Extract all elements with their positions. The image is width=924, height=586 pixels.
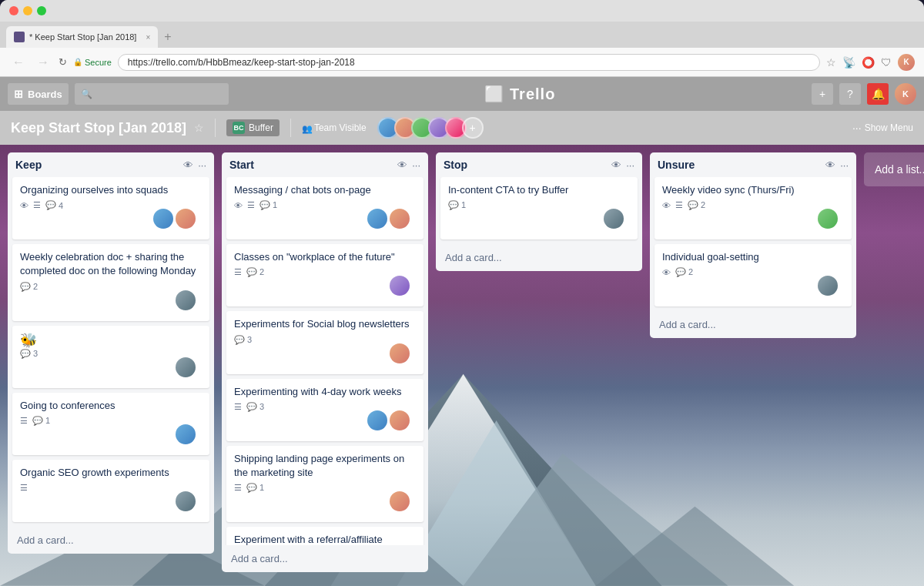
info-button[interactable]: ? <box>839 83 861 105</box>
menu-meta-k5: ☰ <box>20 483 28 493</box>
card-s6[interactable]: Experiment with a referral/affiliate pro… <box>226 527 424 545</box>
card-avatar-k3 <box>176 357 196 377</box>
card-text-s1: Messaging / chat bots on-page <box>234 183 416 197</box>
close-window-button[interactable] <box>9 6 18 15</box>
list-options-keep[interactable]: 👁 ··· <box>183 159 206 171</box>
add-card-stop[interactable]: Add a card... <box>440 249 638 266</box>
user-avatar[interactable]: K <box>895 83 916 105</box>
menu-meta-k1: ☰ <box>33 200 41 210</box>
menu-icon-start[interactable]: ··· <box>412 159 420 171</box>
back-button[interactable]: ← <box>9 55 28 69</box>
card-avatar-k1-1 <box>153 209 173 229</box>
team-visible-label: Team Visible <box>314 122 367 133</box>
card-meta-u1: 👁 ☰ 💬 2 <box>662 200 844 210</box>
team-visible-button[interactable]: 👥 Team Visible <box>302 122 367 133</box>
card-s5[interactable]: Shipping landing page experiments on the… <box>226 446 424 522</box>
comment-meta-s5: 💬 1 <box>246 483 264 493</box>
card-k3[interactable]: 🐝 💬 3 <box>12 326 209 388</box>
star-button[interactable]: ☆ <box>194 122 204 134</box>
card-avatar-s5 <box>390 491 410 511</box>
card-avatar-k1-2 <box>176 209 196 229</box>
card-avatar-s3 <box>390 343 410 363</box>
maximize-window-button[interactable] <box>37 6 46 15</box>
menu-icon[interactable]: ··· <box>198 159 206 171</box>
workspace-badge[interactable]: BC Buffer <box>226 119 280 136</box>
add-list-button[interactable]: Add a list... <box>864 152 924 186</box>
url-input[interactable] <box>118 54 820 71</box>
member-avatars: + <box>374 117 484 139</box>
add-member-button[interactable]: + <box>462 117 484 139</box>
notification-button[interactable]: 🔔 <box>867 83 889 105</box>
boards-nav-button[interactable]: ⊞ Boards <box>8 83 69 105</box>
card-k5[interactable]: Organic SEO growth experiments ☰ <box>12 460 209 522</box>
card-avatar-s4-1 <box>367 410 387 430</box>
comment-meta-st1: 💬 1 <box>448 200 466 210</box>
new-tab-button[interactable]: + <box>158 26 177 48</box>
card-k4[interactable]: Going to conferences ☰ 💬 1 <box>12 393 209 455</box>
lock-icon: 🔒 <box>73 58 82 66</box>
add-card-unsure[interactable]: Add a card... <box>654 316 852 333</box>
card-k2[interactable]: Weekly celebration doc + sharing the com… <box>12 244 209 320</box>
browser-window: * Keep Start Stop [Jan 2018] × + ← → ↻ 🔒… <box>0 0 924 586</box>
minimize-window-button[interactable] <box>23 6 32 15</box>
boards-nav-label: Boards <box>28 89 62 100</box>
list-options-unsure[interactable]: 👁 ··· <box>825 159 849 171</box>
card-st1[interactable]: In-content CTA to try Buffer 💬 1 <box>440 177 638 239</box>
board-header: Keep Start Stop [Jan 2018] ☆ BC Buffer 👥… <box>0 111 924 145</box>
bookmark-icon[interactable]: ☆ <box>826 56 836 69</box>
menu-icon-unsure[interactable]: ··· <box>840 159 849 171</box>
board-container: Keep Start Stop [Jan 2018] ☆ BC Buffer 👥… <box>0 111 924 586</box>
card-u2[interactable]: Individual goal-setting 👁 💬 2 <box>654 244 852 306</box>
card-avatar-k4 <box>176 424 196 444</box>
list-start: Start 👁 ··· Messaging / chat bots on-pag… <box>222 152 428 572</box>
list-options-start[interactable]: 👁 ··· <box>397 159 420 171</box>
card-s1[interactable]: Messaging / chat bots on-page 👁 ☰ 💬 1 <box>226 177 424 239</box>
list-header-start: Start 👁 ··· <box>222 152 428 177</box>
card-avatar-u1 <box>818 209 838 229</box>
search-icon: 🔍 <box>81 89 92 99</box>
card-avatars-u1 <box>662 213 844 233</box>
shield-icon[interactable]: 🛡 <box>881 56 892 69</box>
card-avatars-s4 <box>234 415 416 435</box>
nav-right-actions: + ? 🔔 K <box>812 83 916 105</box>
eye-meta-u2: 👁 <box>662 268 671 277</box>
user-profile-icon[interactable]: K <box>898 54 915 71</box>
add-list-label: Add a list... <box>875 163 924 176</box>
list-keep: Keep 👁 ··· Organizing ourselves into squ… <box>8 152 214 554</box>
eye-meta-k1: 👁 <box>20 201 28 210</box>
comment-meta-k4: 💬 1 <box>32 416 50 426</box>
card-text-s3: Experiments for Social blog newsletters <box>234 317 416 331</box>
opera-icon[interactable]: ⭕ <box>862 56 875 69</box>
menu-meta-u1: ☰ <box>675 200 683 210</box>
card-s3[interactable]: Experiments for Social blog newsletters … <box>226 311 424 373</box>
list-options-stop[interactable]: 👁 ··· <box>611 159 634 171</box>
add-card-keep[interactable]: Add a card... <box>12 531 209 549</box>
show-menu-button[interactable]: ··· Show Menu <box>852 122 913 134</box>
card-text-s5: Shipping landing page experiments on the… <box>234 452 416 480</box>
card-avatars-s5 <box>234 496 416 516</box>
add-button[interactable]: + <box>812 83 833 105</box>
card-k1[interactable]: Organizing ourselves into squads 👁 ☰ 💬 4 <box>12 177 209 239</box>
active-tab[interactable]: * Keep Start Stop [Jan 2018] × <box>6 26 158 48</box>
board-title: Keep Start Stop [Jan 2018] <box>11 120 186 136</box>
card-avatars-k5 <box>20 496 202 516</box>
card-s4[interactable]: Experimenting with 4-day work weeks ☰ 💬 … <box>226 379 424 441</box>
list-body-start: Messaging / chat bots on-page 👁 ☰ 💬 1 <box>222 177 428 545</box>
card-meta-s1: 👁 ☰ 💬 1 <box>234 200 416 210</box>
card-u1[interactable]: Weekly video sync (Thurs/Fri) 👁 ☰ 💬 2 <box>654 177 852 239</box>
card-emoji-k3: 🐝 <box>20 332 202 349</box>
tab-close-button[interactable]: × <box>146 33 150 42</box>
card-text-s2: Classes on "workplace of the future" <box>234 250 416 264</box>
card-avatars-st1 <box>448 213 630 233</box>
reload-button[interactable]: ↻ <box>59 56 67 68</box>
card-s2[interactable]: Classes on "workplace of the future" ☰ 💬… <box>226 244 424 306</box>
menu-icon-stop[interactable]: ··· <box>626 159 634 171</box>
card-meta-k4: ☰ 💬 1 <box>20 416 202 426</box>
add-card-start[interactable]: Add a card... <box>226 550 424 568</box>
comment-meta-s1: 💬 1 <box>259 200 277 210</box>
forward-button[interactable]: → <box>34 55 52 69</box>
search-bar[interactable]: 🔍 <box>75 83 229 105</box>
menu-meta-s4: ☰ <box>234 402 242 412</box>
cast-icon[interactable]: 📡 <box>842 56 855 69</box>
comment-meta-s2: 💬 2 <box>246 267 264 277</box>
